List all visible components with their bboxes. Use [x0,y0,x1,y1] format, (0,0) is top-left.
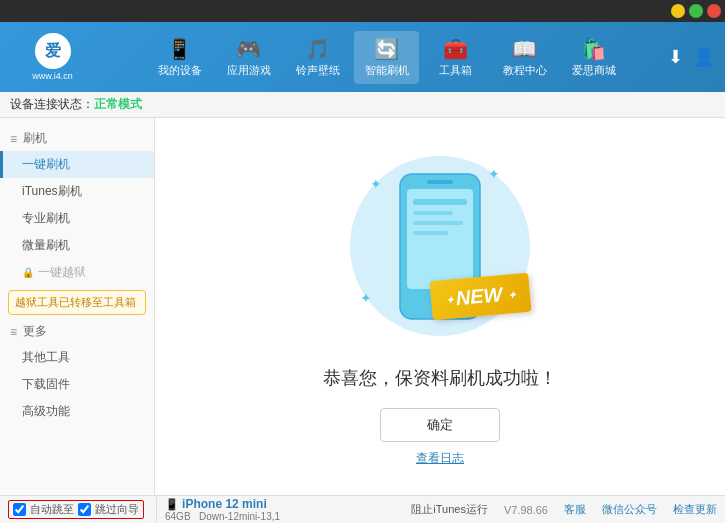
sidebar-jailbreak-section: 🔒 一键越狱 [0,259,154,286]
nav-my-device[interactable]: 📱 我的设备 [147,31,212,84]
sidebar-item-other-tools[interactable]: 其他工具 [0,344,154,371]
logo[interactable]: 爱 www.i4.cn [10,33,95,81]
svg-rect-4 [413,199,467,205]
customer-service-link[interactable]: 客服 [564,502,586,517]
confirm-button[interactable]: 确定 [380,408,500,442]
nav-bar: 📱 我的设备 🎮 应用游戏 🎵 铃声壁纸 🔄 智能刷机 🧰 工具箱 📖 教程中心… [105,31,668,84]
minimize-button[interactable] [671,4,685,18]
nav-smart-flash[interactable]: 🔄 智能刷机 [354,31,419,84]
download-icon[interactable]: ⬇ [668,46,683,68]
sidebar-item-itunes[interactable]: iTunes刷机 [0,178,154,205]
maximize-button[interactable] [689,4,703,18]
sparkle-icon-1: ✦ [370,176,382,192]
checkbox-group: 自动跳至 跳过向导 [8,500,144,519]
header: 爱 www.i4.cn 📱 我的设备 🎮 应用游戏 🎵 铃声壁纸 🔄 智能刷机 … [0,22,725,92]
firmware-label: 下载固件 [22,377,70,391]
jailbreak-note: 越狱工具已转移至工具箱 [8,290,146,315]
logo-url: www.i4.cn [32,71,73,81]
nav-my-device-label: 我的设备 [158,63,202,78]
device-storage: 64GB [165,511,191,522]
status-prefix: 设备连接状态： [10,96,94,113]
status-bar: 设备连接状态： 正常模式 [0,92,725,118]
micro-label: 微量刷机 [22,238,70,252]
jailbreak-note-text: 越狱工具已转移至工具箱 [15,296,136,308]
success-illustration: ✦ ✦ ✦ NEW [340,146,540,346]
device-name: iPhone 12 mini [182,497,267,511]
logo-icon: 爱 [35,33,71,69]
confirm-button-label: 确定 [427,417,453,432]
bottom-left: 自动跳至 跳过向导 📱 iPhone 12 mini 64GB Down-12m… [8,497,411,522]
flash-icon: 🔄 [374,37,399,61]
advanced-label: 高级功能 [22,404,70,418]
svg-rect-6 [413,221,463,225]
back-link[interactable]: 查看日志 [416,450,464,467]
sparkle-icon-2: ✦ [488,166,500,182]
sparkle-icon-3: ✦ [360,290,372,306]
other-tools-label: 其他工具 [22,350,70,364]
title-bar [0,0,725,22]
auto-jump-label: 自动跳至 [30,502,74,517]
flash-section-icon: ≡ [10,132,17,146]
stop-itunes-label: 阻止iTunes运行 [411,503,488,515]
bottom-right: 阻止iTunes运行 V7.98.66 客服 微信公众号 检查更新 [411,502,717,517]
sidebar-item-advanced[interactable]: 高级功能 [0,398,154,425]
device-icon: 📱 [165,498,182,510]
nav-mall[interactable]: 🛍️ 爱思商城 [561,31,626,84]
version-label: V7.98.66 [504,504,548,516]
sidebar: ≡ 刷机 一键刷机 iTunes刷机 专业刷机 微量刷机 🔒 一键越狱 越狱工具… [0,118,155,495]
svg-rect-5 [413,211,453,215]
device-model: Down-12mini-13,1 [199,511,280,522]
jailbreak-label: 一键越狱 [38,264,86,281]
sidebar-flash-label: 刷机 [23,130,47,147]
mall-icon: 🛍️ [581,37,606,61]
status-value: 正常模式 [94,96,142,113]
main-content: ✦ ✦ ✦ NEW [155,118,725,495]
skip-wizard-label: 跳过向导 [95,502,139,517]
sidebar-item-micro[interactable]: 微量刷机 [0,232,154,259]
success-message: 恭喜您，保资料刷机成功啦！ [323,366,557,390]
svg-rect-3 [427,180,453,184]
sidebar-section-flash[interactable]: ≡ 刷机 [0,126,154,151]
more-section-icon: ≡ [10,325,17,339]
nav-apps-label: 应用游戏 [227,63,271,78]
onekey-label: 一键刷机 [22,157,70,171]
nav-toolbox[interactable]: 🧰 工具箱 [423,31,488,84]
new-badge: NEW [429,273,531,320]
svg-rect-7 [413,231,448,235]
sidebar-item-pro[interactable]: 专业刷机 [0,205,154,232]
pro-label: 专业刷机 [22,211,70,225]
sidebar-section-more[interactable]: ≡ 更多 [0,319,154,344]
tutorial-icon: 📖 [512,37,537,61]
nav-tutorial-label: 教程中心 [503,63,547,78]
user-icon[interactable]: 👤 [693,46,715,68]
close-button[interactable] [707,4,721,18]
lock-icon: 🔒 [22,267,34,278]
device-info: 📱 iPhone 12 mini 64GB Down-12mini-13,1 [156,497,280,522]
phone-icon: 📱 [167,37,192,61]
nav-toolbox-label: 工具箱 [439,63,472,78]
toolbox-icon: 🧰 [443,37,468,61]
nav-ringtones-label: 铃声壁纸 [296,63,340,78]
stop-itunes-button[interactable]: 阻止iTunes运行 [411,502,488,517]
skip-wizard-checkbox[interactable] [78,503,91,516]
check-update-link[interactable]: 检查更新 [673,502,717,517]
sidebar-more-label: 更多 [23,323,47,340]
header-right-icons: ⬇ 👤 [668,46,715,68]
sidebar-item-onekey[interactable]: 一键刷机 [0,151,154,178]
nav-apps-games[interactable]: 🎮 应用游戏 [216,31,281,84]
nav-tutorial[interactable]: 📖 教程中心 [492,31,557,84]
auto-jump-checkbox[interactable] [13,503,26,516]
nav-smart-flash-label: 智能刷机 [365,63,409,78]
nav-ringtones[interactable]: 🎵 铃声壁纸 [285,31,350,84]
sidebar-item-firmware[interactable]: 下载固件 [0,371,154,398]
wechat-link[interactable]: 微信公众号 [602,502,657,517]
new-badge-text: NEW [455,283,503,309]
itunes-label: iTunes刷机 [22,184,82,198]
bottom-bar: 自动跳至 跳过向导 📱 iPhone 12 mini 64GB Down-12m… [0,495,725,523]
main-area: ≡ 刷机 一键刷机 iTunes刷机 专业刷机 微量刷机 🔒 一键越狱 越狱工具… [0,118,725,495]
music-icon: 🎵 [305,37,330,61]
nav-mall-label: 爱思商城 [572,63,616,78]
device-details: 64GB Down-12mini-13,1 [165,511,280,522]
apps-icon: 🎮 [236,37,261,61]
